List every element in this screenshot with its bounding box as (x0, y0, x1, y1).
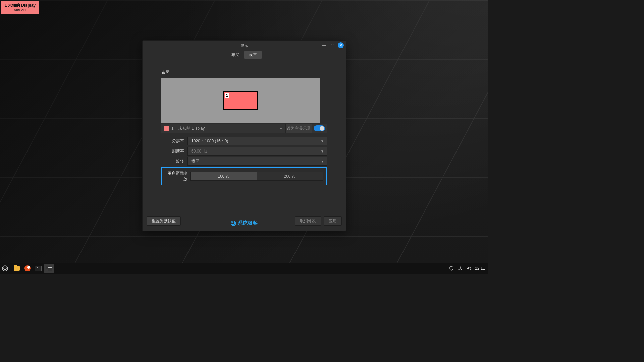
section-layout-label: 布局 (161, 70, 327, 75)
displays-icon (46, 266, 52, 271)
tab-settings[interactable]: 设置 (244, 51, 262, 59)
resolution-value: 644 × 362 (16：9) (191, 138, 228, 144)
tab-layout[interactable]: 布局 (227, 51, 244, 59)
terminal-icon (35, 266, 42, 271)
rotation-combo[interactable]: 横屏 ▼ (187, 157, 327, 166)
maximize-button[interactable]: ▢ (329, 42, 336, 49)
taskbar-displays[interactable] (44, 264, 54, 273)
watermark-icon (231, 221, 236, 226)
taskbar-terminal[interactable] (34, 264, 43, 273)
resolution-label: 分辨率 (161, 138, 187, 144)
rotation-label: 旋转 (161, 159, 187, 164)
chevron-down-icon: ▼ (279, 127, 283, 130)
display-id-overlay: 1 未知的 Display Virtual1 (1, 1, 39, 14)
display-id-line1: 1 未知的 Display (5, 3, 36, 8)
monitor-1[interactable]: 1 (223, 91, 258, 110)
apply-button[interactable]: 应用 (324, 216, 342, 226)
firefox-icon (24, 265, 31, 272)
tray-security-icon[interactable] (449, 266, 454, 271)
minimize-button[interactable]: — (320, 42, 327, 49)
close-button[interactable]: ✕ (338, 42, 344, 48)
monitor-1-index: 1 (225, 93, 229, 98)
set-primary-button[interactable]: 设为主显示器 (285, 124, 312, 133)
displays-window: 显示 — ▢ ✕ 布局 设置 布局 1 1 未知的 Display ▼ 设为主显… (142, 40, 346, 231)
chevron-down-icon: ▼ (321, 149, 324, 153)
display-enabled-toggle[interactable] (314, 125, 325, 131)
tray-network-icon[interactable] (458, 266, 463, 271)
window-title: 显示 (240, 43, 248, 49)
ui-scale-segmented: 100 % 200 % (190, 172, 323, 181)
display-selector-name: 未知的 Display (178, 126, 205, 131)
ui-scale-label: 用户界面缩放 (165, 171, 187, 182)
scale-100-button[interactable]: 100 % (191, 172, 257, 180)
taskbar-files[interactable] (12, 264, 21, 273)
watermark-text: 系统极客 (237, 220, 258, 226)
display-selector-index: 1 (171, 126, 174, 131)
refresh-combo[interactable]: 60.00 Hz ▼ (187, 147, 327, 156)
svg-point-0 (2, 266, 8, 271)
display-selector[interactable]: 1 未知的 Display ▼ (161, 126, 285, 131)
svg-point-1 (4, 267, 6, 270)
chevron-down-icon: ▼ (321, 160, 324, 163)
watermark: 系统极客 (231, 220, 258, 226)
display-color-swatch (164, 126, 169, 131)
scale-200-button[interactable]: 200 % (257, 172, 323, 180)
display-id-line2: Virtual1 (5, 8, 36, 12)
tab-bar: 布局 设置 (143, 51, 346, 60)
titlebar[interactable]: 显示 — ▢ ✕ (143, 41, 346, 51)
refresh-label: 刷新率 (161, 148, 187, 154)
rotation-value: 横屏 (191, 159, 199, 164)
taskbar-firefox[interactable] (23, 264, 32, 273)
monitor-layout-canvas[interactable]: 1 (161, 78, 320, 123)
tray-volume-icon[interactable] (466, 266, 472, 271)
resolution-combo[interactable]: 644 × 362 (16：9) ▼ (187, 137, 327, 145)
chevron-down-icon: ▼ (321, 139, 324, 143)
refresh-value: 60.00 Hz (191, 149, 207, 154)
start-menu-button[interactable] (0, 263, 10, 274)
taskbar: 22:11 (0, 263, 488, 274)
cancel-button[interactable]: 取消修改 (295, 216, 321, 226)
ui-scale-row: 用户界面缩放 100 % 200 % (161, 167, 327, 185)
folder-icon (14, 266, 20, 271)
tray-clock[interactable]: 22:11 (475, 266, 485, 271)
reset-button[interactable]: 重置为默认值 (147, 216, 181, 226)
